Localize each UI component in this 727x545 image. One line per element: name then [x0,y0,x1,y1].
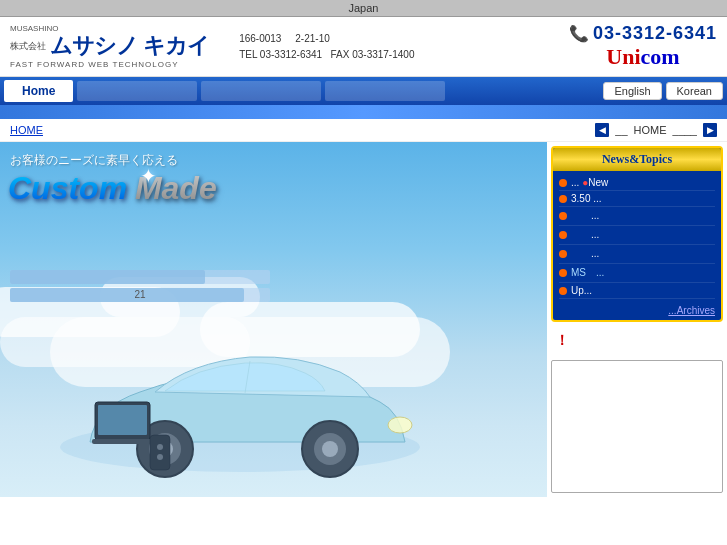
unicom-text1: Uni [606,44,640,69]
progress-label: 21 [134,289,145,300]
logo-brand: MUSASHINO [10,24,209,34]
progress-bar-1 [10,270,270,284]
custom-made-logo: Custom Made [8,170,217,207]
news-box: News&Topics ... ●New 3.50 ... ... ... [551,146,723,322]
svg-point-8 [388,417,412,433]
news-text-3: ... [571,209,599,223]
svg-point-13 [157,444,163,450]
left-panel: お客様のニーズに素早く応える ✦ Custom Made 21 [0,142,547,497]
news-item-1: ... ●New [559,175,715,191]
nav-lang: English Korean [603,82,723,100]
news-item-4: ... [559,226,715,245]
bullet-1 [559,179,567,187]
nav-separator2: ____ [673,124,697,136]
nav-home-button[interactable]: Home [4,80,73,102]
tagline: FAST FORWARD WEB TECHNOLOGY [10,60,209,70]
news-text-5: ... [571,247,599,261]
progress-bars: 21 [10,220,270,306]
unicom-logo: Unicom [569,44,717,70]
news-text-1: ... ●New [571,177,608,188]
address-line1: 166-0013 2-21-10 [239,31,414,47]
bullet-3 [559,212,567,220]
lang-korean-button[interactable]: Korean [666,82,723,100]
main-content: お客様のニーズに素早く応える ✦ Custom Made 21 [0,142,727,497]
svg-rect-12 [150,435,170,470]
unicom-text2: com [641,44,680,69]
car-svg [10,287,490,487]
progress-fill-1 [10,270,205,284]
breadcrumb-bar: HOME ◀ __ HOME ____ ▶ [0,119,727,142]
bullet-up [559,287,567,295]
lang-english-button[interactable]: English [603,82,661,100]
news-up-text: Up... [571,285,592,296]
blue-bar [0,105,727,119]
bullet-4 [559,231,567,239]
progress-fill-2 [10,288,244,302]
nav-tab-3[interactable] [325,81,445,101]
news-items: ... ●New 3.50 ... ... ... ... [553,171,721,303]
news-item-5: ... [559,245,715,264]
logo-company: 株式会社 [10,41,46,52]
nav-arrows: ◀ __ HOME ____ ▶ [595,123,717,137]
address-num: 2-21-10 [295,33,329,44]
bullet-5 [559,250,567,258]
header: MUSASHINO 株式会社 ムサシノ キカイ FAST FORWARD WEB… [0,17,727,77]
right-panel: News&Topics ... ●New 3.50 ... ... ... [547,142,727,497]
svg-rect-10 [98,405,147,435]
news-item-up: Up... [559,283,715,299]
nav-tabs [77,81,603,101]
top-bar: Japan [0,0,727,17]
news-archives-link[interactable]: ...Archives [553,303,721,320]
exclamation-box: ！ [551,328,723,354]
nav-tab-2[interactable] [201,81,321,101]
spark-decoration: ✦ [140,164,157,188]
phone-icon: 📞 [569,24,589,43]
input-box[interactable] [551,360,723,493]
svg-rect-11 [92,439,154,444]
address-zip: 166-0013 [239,33,281,44]
news-item-3: ... [559,207,715,226]
fax: FAX 03-3317-1400 [331,49,415,60]
phone-number: 03-3312-6341 [593,23,717,44]
nav-separator: __ [615,124,627,136]
logo-area: MUSASHINO 株式会社 ムサシノ キカイ FAST FORWARD WEB… [10,24,209,70]
news-header: News&Topics [553,148,721,171]
svg-point-14 [157,454,163,460]
news-text-2: 3.50 ... [571,193,602,204]
bullet-2 [559,195,567,203]
address-line2: TEL 03-3312-6341 FAX 03-3317-1400 [239,47,414,63]
tel: TEL 03-3312-6341 [239,49,322,60]
nav-bar: Home English Korean [0,77,727,105]
custom-text: Custom Made [8,170,217,207]
contact-info: 166-0013 2-21-10 TEL 03-3312-6341 FAX 03… [239,31,414,63]
news-item-ms: MS ... [559,264,715,283]
news-text-4: ... [571,228,599,242]
progress-bar-2: 21 [10,288,270,302]
logo-musashino: MUSASHINO 株式会社 ムサシノ キカイ FAST FORWARD WEB… [10,24,209,70]
custom-word: Custom [8,170,127,206]
unicom-area: 📞 03-3312-6341 Unicom [569,23,717,70]
exclamation-text: ！ [555,332,569,348]
news-item-2: 3.50 ... [559,191,715,207]
bullet-ms [559,269,567,277]
car-image [10,287,527,487]
logo-name-jp: ムサシノ キカイ [50,33,209,59]
breadcrumb-home-label: HOME [634,124,667,136]
svg-point-7 [322,441,338,457]
breadcrumb-home-link[interactable]: HOME [10,124,43,136]
nav-back-button[interactable]: ◀ [595,123,609,137]
nav-forward-button[interactable]: ▶ [703,123,717,137]
nav-tab-1[interactable] [77,81,197,101]
top-bar-label: Japan [349,2,379,14]
news-ms-text: MS ... [571,266,604,280]
